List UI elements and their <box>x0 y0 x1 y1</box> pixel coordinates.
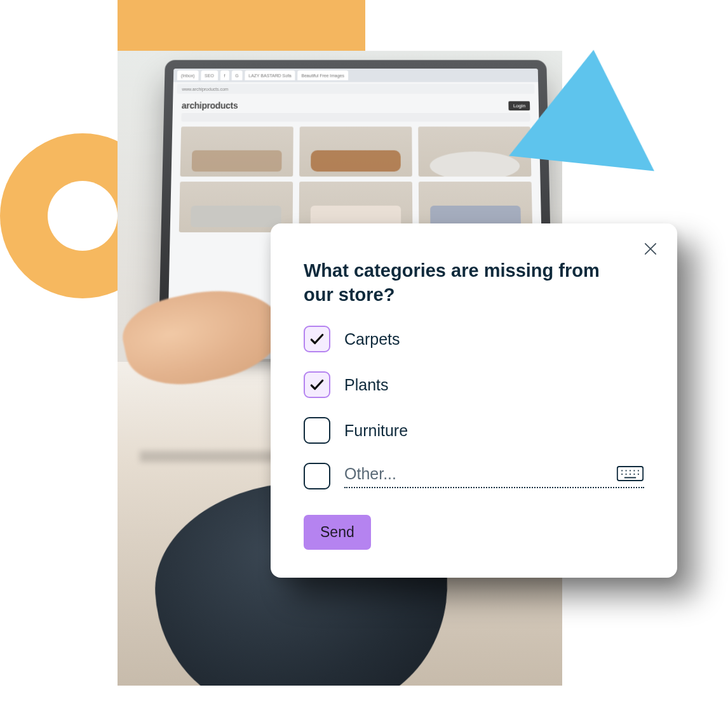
checkbox[interactable] <box>304 463 330 489</box>
other-placeholder: Other... <box>344 465 609 483</box>
product-caption <box>180 176 293 178</box>
browser-tabs: (Inbox) SEO f G LAZY BASTARD Sofa Beauti… <box>173 69 538 82</box>
option-carpets[interactable]: Carpets <box>304 326 644 352</box>
keyboard-icon <box>616 464 644 483</box>
browser-tab: G <box>231 70 242 80</box>
browser-tab: (Inbox) <box>177 70 199 80</box>
checkbox[interactable] <box>304 417 330 444</box>
send-button[interactable]: Send <box>304 515 371 550</box>
browser-tab: f <box>220 70 229 80</box>
site-brand: archiproducts <box>182 100 238 110</box>
product-card <box>299 126 412 176</box>
browser-tab: LAZY BASTARD Sofa <box>245 70 295 80</box>
checkbox[interactable] <box>304 371 330 398</box>
browser-tab: SEO <box>201 70 218 80</box>
option-label: Carpets <box>344 330 400 349</box>
address-bar: www.archiproducts.com <box>177 84 534 94</box>
decor-triangle <box>509 42 666 171</box>
checkbox[interactable] <box>304 326 330 352</box>
survey-card: What categories are missing from our sto… <box>271 223 677 578</box>
close-icon[interactable] <box>642 240 659 258</box>
product-caption <box>419 176 532 178</box>
product-card <box>180 126 293 176</box>
option-label: Furniture <box>344 422 408 440</box>
survey-question: What categories are missing from our sto… <box>304 259 644 307</box>
option-other[interactable]: Other... <box>304 463 644 489</box>
option-label: Plants <box>344 376 388 394</box>
browser-tab: Beautiful Free Images <box>297 70 347 80</box>
product-caption <box>299 176 412 178</box>
site-search <box>181 113 530 122</box>
option-furniture[interactable]: Furniture <box>304 417 644 444</box>
product-grid <box>172 126 541 176</box>
other-input[interactable]: Other... <box>344 464 644 488</box>
option-plants[interactable]: Plants <box>304 371 644 398</box>
survey-options: Carpets Plants Furniture Other... <box>304 326 644 489</box>
